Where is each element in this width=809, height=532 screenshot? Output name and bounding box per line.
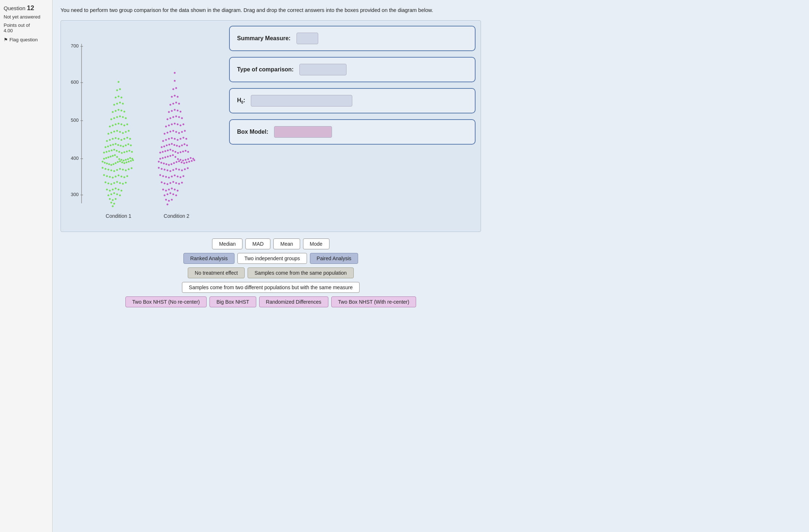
token-different-populations[interactable]: Samples come from two different populati… [182, 282, 360, 293]
box-model-box[interactable]: Box Model: [229, 119, 476, 145]
svg-point-220 [181, 131, 183, 133]
svg-point-160 [177, 158, 179, 160]
svg-point-52 [105, 146, 107, 148]
svg-point-257 [175, 168, 177, 170]
svg-point-205 [162, 140, 164, 142]
main-content: You need to perform two group comparison… [53, 0, 809, 532]
tokens-row-3: No treatment effect Samples come from th… [188, 267, 353, 278]
tokens-area: Median MAD Mean Mode Ranked Analysis Two… [61, 238, 481, 307]
svg-point-193 [187, 151, 189, 153]
svg-point-29 [111, 164, 112, 166]
svg-point-17 [116, 156, 118, 158]
svg-point-292 [171, 199, 173, 200]
svg-point-166 [192, 158, 194, 159]
condition2-dots [158, 72, 195, 205]
svg-point-194 [161, 146, 163, 148]
svg-point-226 [177, 123, 179, 125]
svg-point-13 [108, 156, 109, 158]
token-randomized-differences[interactable]: Randomized Differences [259, 296, 328, 307]
token-two-box-with-recenter[interactable]: Two Box NHST (With re-center) [331, 296, 416, 307]
svg-point-97 [124, 111, 125, 112]
svg-text:Condition 1: Condition 1 [106, 213, 132, 219]
token-mad[interactable]: MAD [245, 238, 270, 249]
svg-point-174 [176, 161, 178, 163]
svg-point-290 [165, 199, 167, 200]
svg-point-32 [117, 161, 119, 163]
svg-point-75 [116, 130, 118, 132]
svg-point-110 [108, 169, 109, 170]
svg-point-187 [172, 150, 174, 151]
svg-point-145 [116, 193, 118, 195]
svg-point-62 [130, 144, 132, 146]
box-model-label: Box Model: [237, 129, 268, 135]
svg-point-26 [104, 162, 106, 163]
token-mode[interactable]: Mode [303, 238, 329, 249]
svg-point-12 [105, 157, 107, 159]
svg-point-113 [116, 169, 118, 171]
svg-point-163 [185, 159, 187, 161]
svg-point-78 [125, 131, 127, 133]
svg-point-91 [122, 116, 124, 118]
h0-box[interactable]: H0: [229, 88, 476, 113]
svg-point-241 [173, 103, 174, 104]
token-two-independent[interactable]: Two independent groups [237, 253, 307, 264]
svg-text:Condition 2: Condition 2 [164, 213, 190, 219]
svg-point-276 [175, 182, 177, 184]
svg-point-114 [119, 168, 121, 170]
svg-point-45 [116, 150, 118, 151]
summary-measure-box[interactable]: Summary Measure: [229, 26, 476, 51]
token-ranked-analysis[interactable]: Ranked Analysis [183, 253, 235, 264]
svg-point-88 [113, 117, 115, 119]
svg-point-204 [186, 144, 188, 146]
svg-point-218 [175, 131, 177, 133]
svg-point-103 [118, 95, 120, 97]
svg-point-111 [111, 169, 112, 171]
svg-point-68 [121, 139, 123, 141]
type-comparison-box[interactable]: Type of comparison: [229, 57, 476, 82]
svg-point-157 [170, 155, 171, 157]
svg-point-115 [122, 169, 124, 170]
svg-point-69 [124, 138, 125, 140]
svg-point-147 [109, 198, 111, 200]
svg-point-74 [113, 130, 115, 132]
flag-button[interactable]: ⚑ Flag question [4, 37, 49, 42]
svg-point-172 [171, 163, 173, 165]
svg-point-180 [191, 160, 193, 162]
svg-text:600: 600 [71, 79, 79, 85]
h0-label: H0: [237, 97, 245, 104]
svg-point-61 [128, 143, 129, 145]
svg-point-84 [121, 123, 123, 125]
svg-point-79 [128, 130, 130, 132]
svg-point-129 [108, 182, 109, 184]
svg-point-128 [105, 181, 107, 183]
svg-point-274 [170, 182, 171, 184]
token-big-box[interactable]: Big Box NHST [209, 296, 256, 307]
h0-drop[interactable] [251, 95, 352, 107]
svg-point-28 [108, 163, 110, 165]
svg-point-289 [175, 194, 177, 196]
svg-point-237 [174, 109, 176, 111]
svg-point-273 [167, 183, 169, 185]
token-no-treatment[interactable]: No treatment effect [188, 267, 245, 278]
svg-point-53 [107, 145, 109, 147]
type-comparison-drop[interactable] [299, 64, 347, 75]
svg-point-109 [105, 168, 107, 170]
svg-point-100 [119, 101, 121, 103]
svg-point-248 [175, 87, 177, 89]
token-median[interactable]: Median [212, 238, 242, 249]
token-same-population[interactable]: Samples come from the same population [248, 267, 353, 278]
token-two-box-no-recenter[interactable]: Two Box NHST (No re-center) [125, 296, 207, 307]
svg-point-177 [183, 162, 185, 164]
svg-point-259 [181, 169, 183, 171]
svg-point-64 [109, 139, 111, 141]
svg-point-134 [122, 183, 124, 184]
token-mean[interactable]: Mean [273, 238, 300, 249]
box-model-drop[interactable] [274, 126, 332, 138]
svg-point-281 [168, 188, 170, 190]
svg-point-288 [173, 193, 174, 195]
token-paired-analysis[interactable]: Paired Analysis [310, 253, 358, 264]
svg-point-125 [121, 175, 123, 177]
svg-point-54 [110, 144, 112, 146]
summary-measure-drop[interactable] [296, 33, 318, 44]
svg-text:500: 500 [71, 117, 79, 123]
